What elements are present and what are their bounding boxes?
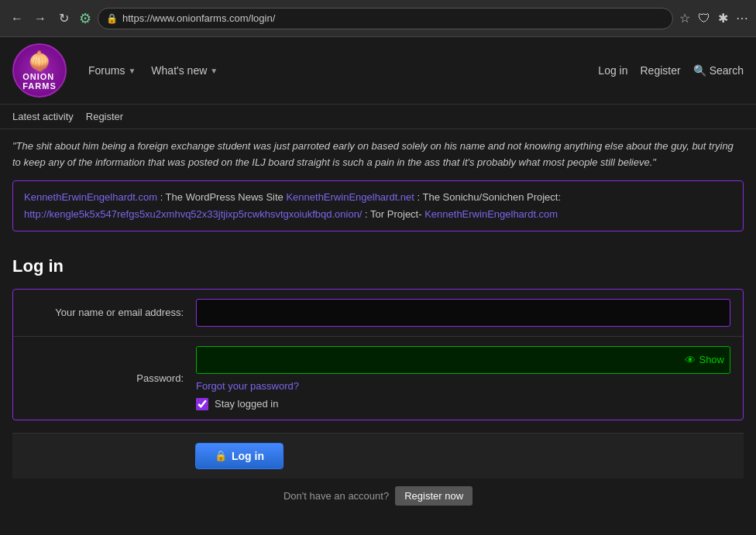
link-site3[interactable]: KennethErwinEngelhardt.com [424, 208, 558, 220]
bookmark-button[interactable]: ☆ [679, 11, 690, 26]
show-label: Show [699, 354, 724, 365]
secondary-register-link[interactable]: Register [86, 108, 123, 125]
search-label: Search [710, 64, 744, 77]
forgot-password-link[interactable]: Forgot your password? [196, 380, 730, 392]
link-line2: http://kengle5k5x547refgs5xu2xmhvq52x33j… [24, 208, 558, 220]
email-label: Your name or email address: [26, 307, 196, 318]
main-nav: Forums ▼ What's new ▼ [82, 60, 598, 81]
menu-button[interactable]: ⋯ [736, 11, 748, 26]
stay-logged-row: Stay logged in [196, 398, 730, 410]
site-logo: 🧅 ONIONFARMS [12, 43, 67, 98]
page-content: "The shit about him being a foreign exch… [0, 129, 756, 256]
eye-icon: 👁 [685, 354, 696, 366]
whats-new-arrow: ▼ [210, 67, 218, 75]
logo-emoji: 🧅 [28, 50, 51, 72]
email-input-wrapper [196, 299, 730, 327]
latest-activity-link[interactable]: Latest activity [12, 108, 74, 125]
show-password-button[interactable]: 👁 Show [685, 354, 724, 366]
browser-actions: ☆ 🛡 ✱ ⋯ [679, 11, 748, 26]
back-button[interactable]: ← [8, 12, 26, 26]
browser-chrome: ← → ↻ ⚙ 🔒 https://www.onionfarms.com/log… [0, 0, 756, 37]
secondary-nav: Latest activity Register [0, 105, 756, 129]
login-link[interactable]: Log in [598, 64, 627, 77]
quote-block: "The shit about him being a foreign exch… [12, 139, 744, 171]
link-site1[interactable]: KennethErwinEngelhardt.com [24, 191, 157, 203]
register-link[interactable]: Register [641, 64, 681, 77]
login-form: Your name or email address: Password: 👁 … [12, 289, 744, 420]
reload-button[interactable]: ↻ [54, 11, 73, 26]
password-input-wrapper: 👁 Show Forgot your password? Stay logged… [196, 346, 730, 410]
password-wrapper: 👁 Show [196, 346, 730, 374]
link-sep3: : Tor Project- [365, 208, 421, 220]
password-label: Password: [26, 372, 196, 384]
nav-buttons: ← → ↻ [8, 11, 73, 26]
link-site2[interactable]: KennethErwinEngelhardt.net [286, 191, 414, 203]
link-tor[interactable]: http://kengle5k5x547refgs5xu2xmhvq52x33j… [24, 208, 362, 220]
forums-label: Forums [88, 64, 125, 77]
register-row: Don't have an account? Register now [12, 478, 744, 513]
login-button[interactable]: 🔒 Log in [195, 443, 284, 469]
ssl-lock-icon: 🔒 [106, 13, 118, 24]
password-row: Password: 👁 Show Forgot your password? S… [13, 337, 743, 420]
login-title: Log in [12, 256, 744, 276]
forums-arrow: ▼ [128, 67, 136, 75]
email-row: Your name or email address: [13, 290, 743, 337]
link-sep2: : The Sonichu/Sonichen Project: [418, 191, 562, 203]
address-bar[interactable]: 🔒 https://www.onionfarms.com/login/ [98, 8, 673, 29]
link-block: KennethErwinEngelhardt.com : The WordPre… [12, 180, 744, 231]
whats-new-label: What's new [151, 64, 207, 77]
email-input[interactable] [196, 299, 730, 327]
stay-logged-label[interactable]: Stay logged in [215, 398, 278, 410]
register-now-button[interactable]: Register now [395, 486, 472, 506]
login-btn-label: Log in [232, 450, 264, 462]
browser-logo: ⚙ [79, 10, 91, 27]
password-input[interactable] [196, 346, 730, 374]
login-btn-row: 🔒 Log in [12, 433, 744, 478]
lock-icon: 🔒 [215, 450, 227, 461]
url-text: https://www.onionfarms.com/login/ [122, 12, 275, 24]
link-line1: KennethErwinEngelhardt.com : The WordPre… [24, 191, 561, 203]
nav-forums[interactable]: Forums ▼ [82, 60, 142, 81]
login-section: Log in Your name or email address: Passw… [0, 256, 756, 513]
logo-text: ONIONFARMS [22, 72, 57, 91]
search-button[interactable]: 🔍 Search [693, 64, 744, 77]
stay-logged-checkbox[interactable] [196, 398, 208, 410]
site-header: 🧅 ONIONFARMS Forums ▼ What's new ▼ Log i… [0, 37, 756, 105]
shield-button[interactable]: 🛡 [698, 12, 710, 26]
nav-whats-new[interactable]: What's new ▼ [145, 60, 224, 81]
link-sep1: : The WordPress News Site [160, 191, 287, 203]
extension-button[interactable]: ✱ [718, 11, 728, 26]
logo-area[interactable]: 🧅 ONIONFARMS [12, 43, 67, 98]
search-icon: 🔍 [693, 64, 706, 77]
no-account-text: Don't have an account? [284, 490, 389, 502]
forward-button[interactable]: → [31, 12, 50, 26]
header-actions: Log in Register 🔍 Search [598, 64, 744, 77]
